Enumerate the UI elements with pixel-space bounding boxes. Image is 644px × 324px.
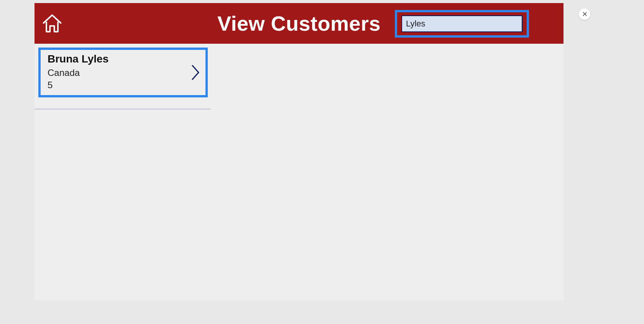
close-icon: ✕ (582, 10, 588, 18)
divider (34, 109, 211, 109)
customer-id: 5 (48, 80, 199, 90)
chevron-right-icon (190, 64, 201, 81)
close-button[interactable]: ✕ (579, 8, 590, 20)
header-bar: View Customers (34, 3, 564, 44)
search-container (395, 10, 529, 38)
results-area: Bruna Lyles Canada 5 (34, 44, 564, 109)
search-input[interactable] (401, 15, 522, 32)
customer-name: Bruna Lyles (48, 53, 199, 65)
customer-card[interactable]: Bruna Lyles Canada 5 (38, 48, 208, 97)
app-canvas: View Customers Bruna Lyles Canada 5 (34, 3, 564, 300)
customer-country: Canada (48, 67, 199, 78)
home-icon[interactable] (41, 12, 64, 35)
